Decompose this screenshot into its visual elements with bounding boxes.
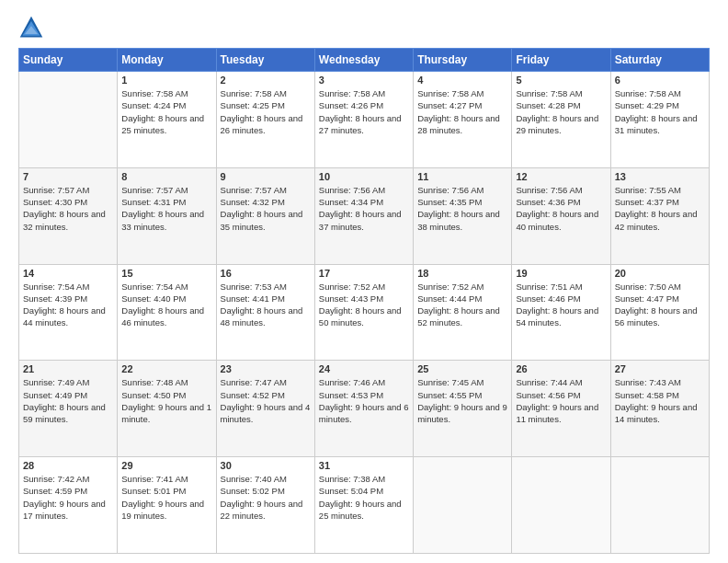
day-info: Sunrise: 7:58 AMSunset: 4:28 PMDaylight:… — [516, 87, 606, 136]
day-number: 16 — [221, 268, 311, 279]
day-number: 27 — [615, 363, 705, 374]
day-info: Sunrise: 7:42 AMSunset: 4:59 PMDaylight:… — [23, 473, 113, 522]
day-number: 28 — [23, 460, 113, 471]
calendar-table: SundayMondayTuesdayWednesdayThursdayFrid… — [18, 48, 710, 554]
day-cell: 15Sunrise: 7:54 AMSunset: 4:40 PMDayligh… — [118, 264, 216, 361]
day-number: 3 — [319, 75, 409, 86]
day-number: 23 — [221, 363, 311, 374]
day-info: Sunrise: 7:56 AMSunset: 4:36 PMDaylight:… — [516, 184, 606, 233]
calendar-page: SundayMondayTuesdayWednesdayThursdayFrid… — [0, 0, 728, 563]
day-cell: 11Sunrise: 7:56 AMSunset: 4:35 PMDayligh… — [414, 167, 512, 264]
header-row: SundayMondayTuesdayWednesdayThursdayFrid… — [19, 49, 710, 72]
col-header-tuesday: Tuesday — [216, 49, 314, 72]
day-info: Sunrise: 7:58 AMSunset: 4:25 PMDaylight:… — [221, 87, 311, 136]
day-cell: 3Sunrise: 7:58 AMSunset: 4:26 PMDaylight… — [314, 72, 413, 168]
day-cell: 28Sunrise: 7:42 AMSunset: 4:59 PMDayligh… — [19, 457, 118, 554]
day-cell: 2Sunrise: 7:58 AMSunset: 4:25 PMDaylight… — [216, 72, 314, 168]
day-cell: 16Sunrise: 7:53 AMSunset: 4:41 PMDayligh… — [216, 264, 314, 361]
day-number: 19 — [516, 268, 606, 279]
col-header-friday: Friday — [512, 49, 610, 72]
day-cell: 10Sunrise: 7:56 AMSunset: 4:34 PMDayligh… — [314, 167, 413, 264]
day-cell: 24Sunrise: 7:46 AMSunset: 4:53 PMDayligh… — [314, 361, 413, 457]
day-number: 25 — [417, 363, 507, 374]
col-header-sunday: Sunday — [19, 49, 118, 72]
day-info: Sunrise: 7:57 AMSunset: 4:32 PMDaylight:… — [221, 184, 311, 233]
day-number: 10 — [319, 171, 409, 182]
day-number: 4 — [417, 75, 507, 86]
day-cell: 5Sunrise: 7:58 AMSunset: 4:28 PMDaylight… — [512, 72, 610, 168]
day-number: 6 — [615, 75, 705, 86]
day-number: 24 — [319, 363, 409, 374]
day-cell — [414, 457, 512, 554]
day-number: 2 — [221, 75, 311, 86]
day-info: Sunrise: 7:40 AMSunset: 5:02 PMDaylight:… — [221, 473, 311, 522]
day-cell: 17Sunrise: 7:52 AMSunset: 4:43 PMDayligh… — [314, 264, 413, 361]
day-cell: 9Sunrise: 7:57 AMSunset: 4:32 PMDaylight… — [216, 167, 314, 264]
day-cell — [19, 72, 118, 168]
day-number: 26 — [516, 363, 606, 374]
day-cell: 4Sunrise: 7:58 AMSunset: 4:27 PMDaylight… — [414, 72, 512, 168]
week-row-4: 28Sunrise: 7:42 AMSunset: 4:59 PMDayligh… — [19, 457, 710, 554]
col-header-thursday: Thursday — [414, 49, 512, 72]
day-info: Sunrise: 7:58 AMSunset: 4:27 PMDaylight:… — [417, 87, 507, 136]
day-number: 31 — [319, 460, 409, 471]
day-info: Sunrise: 7:58 AMSunset: 4:26 PMDaylight:… — [319, 87, 409, 136]
day-info: Sunrise: 7:48 AMSunset: 4:50 PMDaylight:… — [121, 376, 211, 425]
day-cell: 30Sunrise: 7:40 AMSunset: 5:02 PMDayligh… — [216, 457, 314, 554]
day-number: 20 — [615, 268, 705, 279]
day-info: Sunrise: 7:47 AMSunset: 4:52 PMDaylight:… — [221, 376, 311, 425]
day-cell: 20Sunrise: 7:50 AMSunset: 4:47 PMDayligh… — [610, 264, 709, 361]
day-cell: 21Sunrise: 7:49 AMSunset: 4:49 PMDayligh… — [19, 361, 118, 457]
day-info: Sunrise: 7:43 AMSunset: 4:58 PMDaylight:… — [615, 376, 705, 425]
day-info: Sunrise: 7:45 AMSunset: 4:55 PMDaylight:… — [417, 376, 507, 425]
day-cell — [512, 457, 610, 554]
day-number: 18 — [417, 268, 507, 279]
day-info: Sunrise: 7:51 AMSunset: 4:46 PMDaylight:… — [516, 281, 606, 329]
day-number: 1 — [121, 75, 211, 86]
header — [18, 15, 710, 40]
week-row-3: 21Sunrise: 7:49 AMSunset: 4:49 PMDayligh… — [19, 361, 710, 457]
day-info: Sunrise: 7:49 AMSunset: 4:49 PMDaylight:… — [23, 376, 113, 425]
logo — [18, 15, 48, 40]
day-cell: 29Sunrise: 7:41 AMSunset: 5:01 PMDayligh… — [118, 457, 216, 554]
day-cell: 14Sunrise: 7:54 AMSunset: 4:39 PMDayligh… — [19, 264, 118, 361]
week-row-2: 14Sunrise: 7:54 AMSunset: 4:39 PMDayligh… — [19, 264, 710, 361]
day-number: 9 — [221, 171, 311, 182]
day-number: 22 — [121, 363, 211, 374]
day-cell: 1Sunrise: 7:58 AMSunset: 4:24 PMDaylight… — [118, 72, 216, 168]
week-row-1: 7Sunrise: 7:57 AMSunset: 4:30 PMDaylight… — [19, 167, 710, 264]
day-cell: 22Sunrise: 7:48 AMSunset: 4:50 PMDayligh… — [118, 361, 216, 457]
day-cell: 31Sunrise: 7:38 AMSunset: 5:04 PMDayligh… — [314, 457, 413, 554]
day-number: 12 — [516, 171, 606, 182]
day-cell: 23Sunrise: 7:47 AMSunset: 4:52 PMDayligh… — [216, 361, 314, 457]
col-header-wednesday: Wednesday — [314, 49, 413, 72]
day-info: Sunrise: 7:58 AMSunset: 4:29 PMDaylight:… — [615, 87, 705, 136]
col-header-monday: Monday — [118, 49, 216, 72]
day-info: Sunrise: 7:38 AMSunset: 5:04 PMDaylight:… — [319, 473, 409, 522]
day-cell: 26Sunrise: 7:44 AMSunset: 4:56 PMDayligh… — [512, 361, 610, 457]
day-info: Sunrise: 7:57 AMSunset: 4:30 PMDaylight:… — [23, 184, 113, 233]
col-header-saturday: Saturday — [610, 49, 709, 72]
day-number: 21 — [23, 363, 113, 374]
day-number: 30 — [221, 460, 311, 471]
day-cell: 13Sunrise: 7:55 AMSunset: 4:37 PMDayligh… — [610, 167, 709, 264]
day-info: Sunrise: 7:55 AMSunset: 4:37 PMDaylight:… — [615, 184, 705, 233]
week-row-0: 1Sunrise: 7:58 AMSunset: 4:24 PMDaylight… — [19, 72, 710, 168]
day-number: 29 — [121, 460, 211, 471]
day-info: Sunrise: 7:52 AMSunset: 4:44 PMDaylight:… — [417, 281, 507, 329]
day-info: Sunrise: 7:57 AMSunset: 4:31 PMDaylight:… — [121, 184, 211, 233]
day-cell — [610, 457, 709, 554]
day-number: 5 — [516, 75, 606, 86]
day-info: Sunrise: 7:54 AMSunset: 4:39 PMDaylight:… — [23, 281, 113, 329]
day-info: Sunrise: 7:50 AMSunset: 4:47 PMDaylight:… — [615, 281, 705, 329]
day-number: 7 — [23, 171, 113, 182]
day-cell: 12Sunrise: 7:56 AMSunset: 4:36 PMDayligh… — [512, 167, 610, 264]
day-info: Sunrise: 7:46 AMSunset: 4:53 PMDaylight:… — [319, 376, 409, 425]
day-info: Sunrise: 7:58 AMSunset: 4:24 PMDaylight:… — [121, 87, 211, 136]
day-info: Sunrise: 7:41 AMSunset: 5:01 PMDaylight:… — [121, 473, 211, 522]
day-cell: 25Sunrise: 7:45 AMSunset: 4:55 PMDayligh… — [414, 361, 512, 457]
day-cell: 19Sunrise: 7:51 AMSunset: 4:46 PMDayligh… — [512, 264, 610, 361]
day-number: 8 — [121, 171, 211, 182]
logo-icon — [18, 15, 44, 40]
day-number: 17 — [319, 268, 409, 279]
